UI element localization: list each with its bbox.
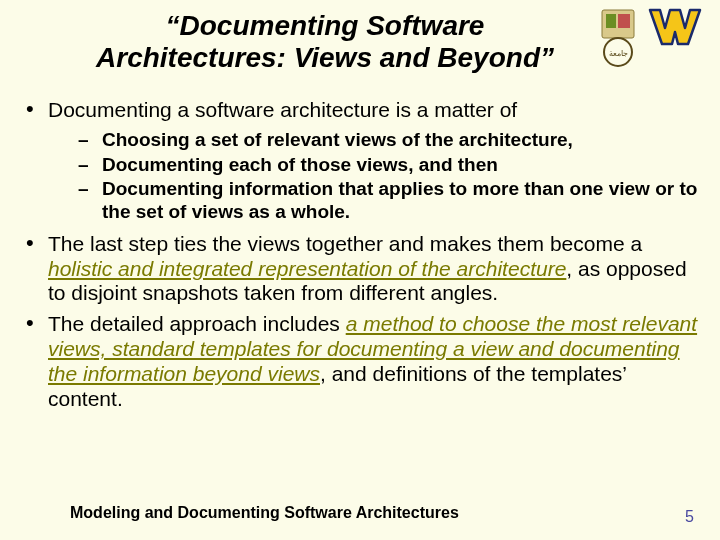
svg-rect-2 — [618, 14, 630, 28]
slide-body: Documenting a software architecture is a… — [20, 98, 700, 417]
bullet-3-pre: The detailed approach includes — [48, 312, 346, 335]
bullet-1-text: Documenting a software architecture is a… — [48, 98, 517, 121]
page-number: 5 — [685, 508, 694, 526]
bullet-2-highlight: holistic and integrated representation o… — [48, 257, 566, 280]
slide-title: “Documenting Software Architectures: Vie… — [60, 10, 590, 74]
svg-text:جامعة: جامعة — [609, 49, 628, 58]
logo-cluster: جامعة — [592, 8, 702, 68]
sub-bullet-3: Documenting information that applies to … — [48, 178, 700, 224]
wvu-logo-icon — [648, 8, 702, 46]
bullet-2: The last step ties the views together an… — [20, 232, 700, 306]
sub-bullet-1: Choosing a set of relevant views of the … — [48, 129, 700, 152]
title-line-1: “Documenting Software — [166, 10, 485, 41]
svg-rect-1 — [606, 14, 616, 28]
bullet-2-pre: The last step ties the views together an… — [48, 232, 642, 255]
slide: جامعة “Documenting Software Architecture… — [0, 0, 720, 540]
footer-text: Modeling and Documenting Software Archit… — [70, 504, 459, 522]
bullet-3: The detailed approach includes a method … — [20, 312, 700, 411]
title-line-2: Architectures: Views and Beyond” — [96, 42, 554, 73]
university-seal-icon: جامعة — [592, 8, 644, 68]
bullet-1: Documenting a software architecture is a… — [20, 98, 700, 224]
sub-bullet-2: Documenting each of those views, and the… — [48, 154, 700, 177]
